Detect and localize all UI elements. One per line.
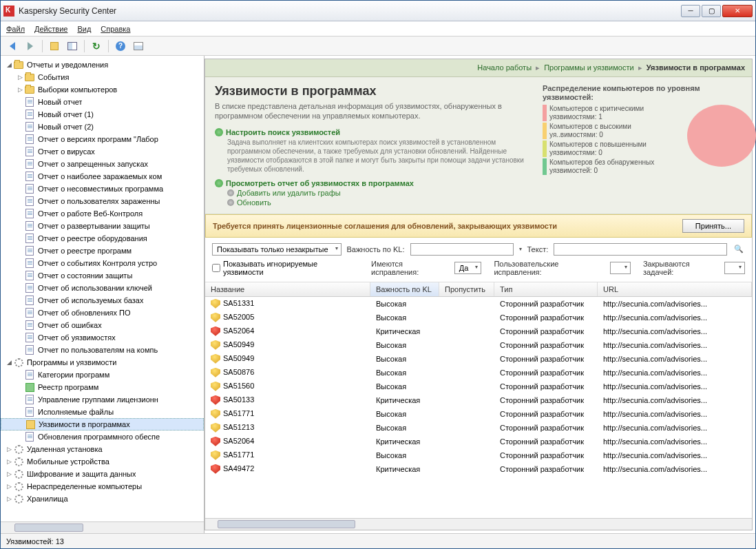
table-row[interactable]: SA50949ВысокаяСторонний разработчикhttp:… xyxy=(205,338,752,352)
close-button[interactable]: ✕ xyxy=(722,5,753,17)
tree-node[interactable]: Отчет о несовместимых программа xyxy=(1,183,204,195)
tree-node[interactable]: Новый отчет (2) xyxy=(1,121,204,133)
table-row[interactable]: SA51213ВысокаяСторонний разработчикhttp:… xyxy=(205,421,752,435)
table-row[interactable]: SA51331ВысокаяСторонний разработчикhttp:… xyxy=(205,297,752,311)
nav-forward-button[interactable] xyxy=(23,39,38,54)
tree-node[interactable]: Отчет об ошибках xyxy=(1,319,204,331)
table-row[interactable]: SA49472КритическаяСторонний разработчикh… xyxy=(205,462,752,476)
tree-node[interactable]: ▷Удаленная установка xyxy=(1,443,204,455)
tree-node[interactable]: Категории программ xyxy=(1,369,204,381)
tree-node[interactable]: ▷Шифрование и защита данных xyxy=(1,468,204,480)
tree-node[interactable]: Управление группами лицензионн xyxy=(1,393,204,406)
minimize-button[interactable]: ─ xyxy=(681,5,700,17)
up-button[interactable] xyxy=(47,39,62,54)
col-skip[interactable]: Пропустить xyxy=(439,282,494,296)
tree-node[interactable]: ▷Выборки компьютеров xyxy=(1,83,204,96)
tree-node[interactable]: Отчет о реестре оборудования xyxy=(1,232,204,245)
has-fix-select[interactable]: Да xyxy=(454,262,482,274)
shield-icon xyxy=(211,409,220,419)
help-button[interactable]: ? xyxy=(113,39,128,54)
table-row[interactable]: SA51560ВысокаяСторонний разработчикhttp:… xyxy=(205,380,752,393)
shield-icon xyxy=(211,395,220,405)
tree-icon xyxy=(24,84,35,95)
play-icon xyxy=(215,128,223,136)
tree-node[interactable]: Отчет об обновлениях ПО xyxy=(1,307,204,319)
menu-file[interactable]: Файл xyxy=(6,25,25,33)
tree-node[interactable]: ▷Хранилища xyxy=(1,493,204,505)
menu-action[interactable]: Действие xyxy=(34,25,67,33)
show-ignored-checkbox[interactable]: Показывать игнорируемые уязвимости xyxy=(212,260,359,276)
add-remove-columns-link[interactable]: Добавить или удалить графы xyxy=(227,189,536,197)
user-fix-select[interactable] xyxy=(610,262,631,274)
menu-view[interactable]: Вид xyxy=(77,25,91,33)
refresh-link[interactable]: Обновить xyxy=(227,198,536,207)
table-row[interactable]: SA52064КритическаяСторонний разработчикh… xyxy=(205,435,752,448)
tree-node[interactable]: Отчет об используемых базах xyxy=(1,294,204,307)
table-row[interactable]: SA50133КритическаяСторонний разработчикh… xyxy=(205,393,752,407)
breadcrumb-home[interactable]: Начало работы xyxy=(477,63,532,72)
panes-button[interactable] xyxy=(65,39,80,54)
tree-node[interactable]: ▷Мобильные устройства xyxy=(1,455,204,468)
tree-node[interactable]: Отчет об использовании ключей xyxy=(1,282,204,294)
tree-node[interactable]: Отчет о пользователях зараженны xyxy=(1,195,204,207)
tree-node[interactable]: Отчет о реестре программ xyxy=(1,245,204,257)
tree-icon xyxy=(24,295,35,306)
help-icon: ? xyxy=(116,41,125,51)
col-url[interactable]: URL xyxy=(598,282,752,296)
severity-input[interactable] xyxy=(410,243,514,256)
properties-button[interactable] xyxy=(131,39,146,54)
sidebar-hscrollbar[interactable] xyxy=(1,521,204,533)
statusbar: Уязвимостей: 13 xyxy=(1,533,755,548)
tree-node[interactable]: Отчет о наиболее заражаемых ком xyxy=(1,170,204,183)
table-row[interactable]: SA52064КритическаяСторонний разработчикh… xyxy=(205,324,752,338)
tree-node[interactable]: Отчет о состоянии защиты xyxy=(1,269,204,282)
table-row[interactable]: SA51771ВысокаяСторонний разработчикhttp:… xyxy=(205,407,752,421)
nav-back-button[interactable] xyxy=(5,39,20,54)
breadcrumb-programs[interactable]: Программы и уязвимости xyxy=(544,63,633,72)
configure-scan-link[interactable]: Настроить поиск уязвимостей xyxy=(215,128,536,136)
tree-node[interactable]: Отчет о развертывании защиты xyxy=(1,220,204,232)
tree-node[interactable]: Отчет о работе Веб-Контроля xyxy=(1,207,204,220)
tree-icon xyxy=(13,59,24,70)
table-row[interactable]: SA52005ВысокаяСторонний разработчикhttp:… xyxy=(205,311,752,324)
tree-node[interactable]: ◢Отчеты и уведомления xyxy=(1,59,204,71)
tree-node[interactable]: ▷События xyxy=(1,71,204,83)
col-severity[interactable]: Важность по KL xyxy=(370,282,439,296)
tree-node[interactable]: Отчет об уязвимостях xyxy=(1,331,204,344)
table-row[interactable]: SA51771ВысокаяСторонний разработчикhttp:… xyxy=(205,448,752,462)
tree-node[interactable]: Отчет по пользователям на компь xyxy=(1,344,204,356)
accept-button[interactable]: Принять... xyxy=(682,219,744,233)
pie-chart xyxy=(666,105,742,174)
closed-by-select[interactable] xyxy=(724,262,745,274)
col-name[interactable]: Название xyxy=(205,282,370,296)
tree-node[interactable]: Отчет о запрещенных запусках xyxy=(1,158,204,170)
tree-node[interactable]: ◢Программы и уязвимости xyxy=(1,356,204,369)
view-report-link[interactable]: Просмотреть отчет об уязвимостях в прогр… xyxy=(215,179,536,187)
refresh-button[interactable]: ↻ xyxy=(89,39,104,54)
tree-node[interactable]: Отчет о событиях Контроля устро xyxy=(1,257,204,269)
grid-hscrollbar[interactable] xyxy=(205,518,752,530)
search-button[interactable]: 🔍 xyxy=(733,243,745,256)
tree-node[interactable]: Реестр программ xyxy=(1,381,204,393)
table-row[interactable]: SA50949ВысокаяСторонний разработчикhttp:… xyxy=(205,352,752,366)
tree-icon xyxy=(13,493,24,504)
table-row[interactable]: SA50876ВысокаяСторонний разработчикhttp:… xyxy=(205,366,752,380)
titlebar[interactable]: Kaspersky Security Center ─ ▢ ✕ xyxy=(1,1,755,21)
vulnerabilities-grid[interactable]: Название Важность по KL Пропустить Тип U… xyxy=(205,282,752,518)
menu-help[interactable]: Справка xyxy=(101,25,130,33)
tree-node[interactable]: Отчет о версиях программ "Лабор xyxy=(1,133,204,145)
tree-node[interactable]: Уязвимости в программах xyxy=(1,418,204,431)
tree-icon xyxy=(24,394,35,405)
tree-node[interactable]: ▷Нераспределенные компьютеры xyxy=(1,480,204,493)
tree-node[interactable]: Новый отчет (1) xyxy=(1,108,204,121)
tree-node[interactable]: Отчет о вирусах xyxy=(1,145,204,158)
shield-icon xyxy=(211,299,220,309)
show-open-select[interactable]: Показывать только незакрытые xyxy=(212,243,342,256)
tree-node[interactable]: Новый отчет xyxy=(1,96,204,108)
maximize-button[interactable]: ▢ xyxy=(702,5,721,17)
col-type[interactable]: Тип xyxy=(494,282,598,296)
tree-node[interactable]: Обновления программного обеспе xyxy=(1,431,204,443)
page-description: В списке представлена детальная информац… xyxy=(215,101,536,121)
tree-node[interactable]: Исполняемые файлы xyxy=(1,406,204,418)
text-search-input[interactable] xyxy=(554,243,727,256)
